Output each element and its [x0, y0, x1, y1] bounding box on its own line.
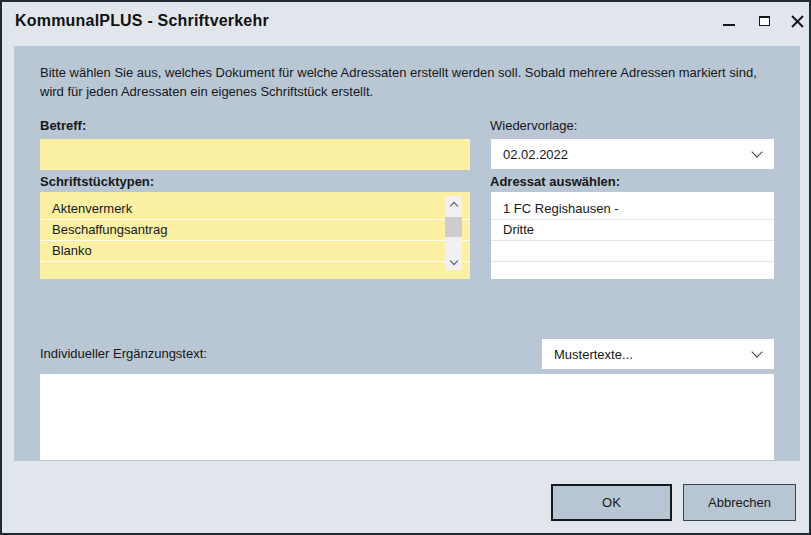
- adressat-list: 1 FC Regishausen - Dritte: [491, 192, 774, 279]
- wiedervorlage-label: Wiedervorlage:: [490, 118, 577, 133]
- list-item[interactable]: Aktenvermerk: [40, 199, 470, 220]
- ergaenzungstext-textarea[interactable]: [40, 374, 774, 460]
- scrollbar[interactable]: [445, 196, 462, 270]
- list-item[interactable]: Dritte: [491, 220, 774, 241]
- mustertexte-dropdown[interactable]: Mustertexte...: [542, 339, 774, 369]
- scrollbar-thumb[interactable]: [445, 217, 462, 237]
- minimize-icon: [723, 24, 735, 26]
- chevron-down-icon: [449, 256, 457, 264]
- list-item[interactable]: 1 FC Regishausen -: [491, 199, 774, 220]
- list-item[interactable]: Beschaffungsantrag: [40, 220, 470, 241]
- list-item[interactable]: [491, 241, 774, 262]
- wiedervorlage-value: 02.02.2022: [503, 147, 568, 162]
- schriftstuecktypen-label: Schriftstücktypen:: [40, 174, 154, 189]
- chevron-up-icon: [449, 201, 457, 209]
- schriftstuecktypen-list: Aktenvermerk Beschaffungsantrag Blanko: [40, 192, 470, 279]
- scroll-up-button[interactable]: [445, 196, 462, 211]
- maximize-button[interactable]: [751, 8, 777, 34]
- list-item[interactable]: Blanko: [40, 241, 470, 262]
- wiedervorlage-dropdown[interactable]: 02.02.2022: [491, 139, 774, 169]
- chevron-down-icon: [751, 346, 762, 357]
- intro-text: Bitte wählen Sie aus, welches Dokument f…: [40, 63, 778, 101]
- close-icon: [791, 15, 804, 28]
- betreff-label: Betreff:: [40, 118, 86, 133]
- minimize-button[interactable]: [716, 8, 742, 34]
- close-button[interactable]: [784, 8, 810, 34]
- dialog-window: KommunalPLUS - Schriftverkehr Bitte wähl…: [0, 0, 811, 535]
- adressat-label: Adressat auswählen:: [490, 174, 620, 189]
- ergaenzungstext-label: Individueller Ergänzungstext:: [40, 346, 207, 361]
- chevron-down-icon: [751, 146, 762, 157]
- mustertexte-value: Mustertexte...: [554, 347, 633, 362]
- window-title: KommunalPLUS - Schriftverkehr: [15, 12, 269, 30]
- ok-button[interactable]: OK: [551, 484, 672, 521]
- title-bar: KommunalPLUS - Schriftverkehr: [2, 2, 809, 44]
- betreff-input[interactable]: [40, 139, 470, 170]
- maximize-icon: [759, 16, 770, 26]
- cancel-button[interactable]: Abbrechen: [683, 484, 796, 521]
- scroll-down-button[interactable]: [445, 255, 462, 270]
